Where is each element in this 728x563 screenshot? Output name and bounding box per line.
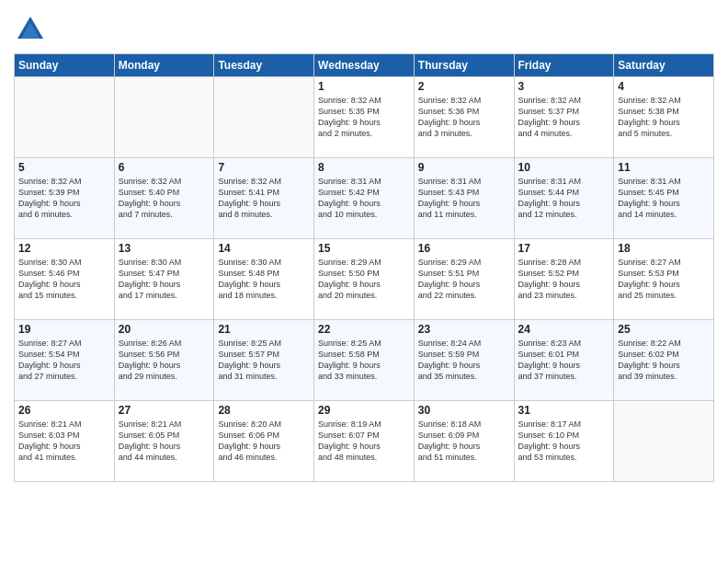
day-info: Sunrise: 8:32 AM Sunset: 5:38 PM Dayligh… xyxy=(618,95,710,140)
calendar-cell: 7Sunrise: 8:32 AM Sunset: 5:41 PM Daylig… xyxy=(214,158,314,239)
day-number: 10 xyxy=(518,161,610,174)
day-info: Sunrise: 8:24 AM Sunset: 5:59 PM Dayligh… xyxy=(418,338,510,383)
day-number: 26 xyxy=(18,404,110,417)
day-info: Sunrise: 8:17 AM Sunset: 6:10 PM Dayligh… xyxy=(518,419,610,464)
day-info: Sunrise: 8:32 AM Sunset: 5:39 PM Dayligh… xyxy=(18,176,110,221)
weekday-header-monday: Monday xyxy=(114,54,214,77)
day-number: 18 xyxy=(618,242,710,255)
calendar-cell: 29Sunrise: 8:19 AM Sunset: 6:07 PM Dayli… xyxy=(314,401,415,482)
day-info: Sunrise: 8:29 AM Sunset: 5:50 PM Dayligh… xyxy=(318,257,410,302)
weekday-header-thursday: Thursday xyxy=(414,54,514,77)
day-number: 7 xyxy=(218,161,310,174)
day-info: Sunrise: 8:20 AM Sunset: 6:06 PM Dayligh… xyxy=(218,419,310,464)
day-number: 21 xyxy=(218,323,310,336)
calendar-cell: 31Sunrise: 8:17 AM Sunset: 6:10 PM Dayli… xyxy=(514,401,614,482)
day-number: 30 xyxy=(418,404,510,417)
calendar-cell xyxy=(214,77,314,158)
calendar-cell: 26Sunrise: 8:21 AM Sunset: 6:03 PM Dayli… xyxy=(15,401,115,482)
day-info: Sunrise: 8:25 AM Sunset: 5:57 PM Dayligh… xyxy=(218,338,310,383)
day-number: 29 xyxy=(318,404,410,417)
week-row-4: 19Sunrise: 8:27 AM Sunset: 5:54 PM Dayli… xyxy=(15,320,714,401)
day-info: Sunrise: 8:31 AM Sunset: 5:44 PM Dayligh… xyxy=(518,176,610,221)
day-info: Sunrise: 8:21 AM Sunset: 6:05 PM Dayligh… xyxy=(119,419,210,464)
calendar-cell: 20Sunrise: 8:26 AM Sunset: 5:56 PM Dayli… xyxy=(114,320,214,401)
day-info: Sunrise: 8:22 AM Sunset: 6:02 PM Dayligh… xyxy=(618,338,710,383)
week-row-5: 26Sunrise: 8:21 AM Sunset: 6:03 PM Dayli… xyxy=(15,401,714,482)
calendar-cell: 13Sunrise: 8:30 AM Sunset: 5:47 PM Dayli… xyxy=(114,239,214,320)
day-info: Sunrise: 8:27 AM Sunset: 5:54 PM Dayligh… xyxy=(18,338,110,383)
calendar-cell: 8Sunrise: 8:31 AM Sunset: 5:42 PM Daylig… xyxy=(314,158,415,239)
day-info: Sunrise: 8:27 AM Sunset: 5:53 PM Dayligh… xyxy=(618,257,710,302)
calendar-cell: 24Sunrise: 8:23 AM Sunset: 6:01 PM Dayli… xyxy=(514,320,614,401)
day-info: Sunrise: 8:28 AM Sunset: 5:52 PM Dayligh… xyxy=(518,257,610,302)
day-number: 1 xyxy=(318,80,410,93)
day-info: Sunrise: 8:32 AM Sunset: 5:40 PM Dayligh… xyxy=(119,176,210,221)
day-number: 12 xyxy=(18,242,110,255)
day-info: Sunrise: 8:19 AM Sunset: 6:07 PM Dayligh… xyxy=(318,419,410,464)
weekday-header-wednesday: Wednesday xyxy=(314,54,415,77)
day-info: Sunrise: 8:32 AM Sunset: 5:41 PM Dayligh… xyxy=(218,176,310,221)
calendar-cell xyxy=(614,401,714,482)
day-number: 15 xyxy=(318,242,410,255)
calendar-cell: 16Sunrise: 8:29 AM Sunset: 5:51 PM Dayli… xyxy=(414,239,514,320)
calendar-cell: 6Sunrise: 8:32 AM Sunset: 5:40 PM Daylig… xyxy=(114,158,214,239)
day-number: 8 xyxy=(318,161,410,174)
calendar-cell: 1Sunrise: 8:32 AM Sunset: 5:35 PM Daylig… xyxy=(314,77,415,158)
day-number: 25 xyxy=(618,323,710,336)
calendar-cell: 14Sunrise: 8:30 AM Sunset: 5:48 PM Dayli… xyxy=(214,239,314,320)
day-number: 20 xyxy=(119,323,210,336)
day-number: 31 xyxy=(518,404,610,417)
day-number: 23 xyxy=(418,323,510,336)
calendar-cell: 9Sunrise: 8:31 AM Sunset: 5:43 PM Daylig… xyxy=(414,158,514,239)
day-number: 28 xyxy=(218,404,310,417)
calendar-cell: 3Sunrise: 8:32 AM Sunset: 5:37 PM Daylig… xyxy=(514,77,614,158)
day-info: Sunrise: 8:30 AM Sunset: 5:47 PM Dayligh… xyxy=(119,257,210,302)
calendar-cell: 30Sunrise: 8:18 AM Sunset: 6:09 PM Dayli… xyxy=(414,401,514,482)
calendar-cell xyxy=(15,77,115,158)
calendar-cell: 15Sunrise: 8:29 AM Sunset: 5:50 PM Dayli… xyxy=(314,239,415,320)
calendar-cell xyxy=(114,77,214,158)
weekday-header-row: SundayMondayTuesdayWednesdayThursdayFrid… xyxy=(15,54,714,77)
week-row-3: 12Sunrise: 8:30 AM Sunset: 5:46 PM Dayli… xyxy=(15,239,714,320)
day-number: 3 xyxy=(518,80,610,93)
calendar-cell: 5Sunrise: 8:32 AM Sunset: 5:39 PM Daylig… xyxy=(15,158,115,239)
day-number: 5 xyxy=(18,161,110,174)
day-number: 16 xyxy=(418,242,510,255)
calendar-cell: 10Sunrise: 8:31 AM Sunset: 5:44 PM Dayli… xyxy=(514,158,614,239)
day-number: 22 xyxy=(318,323,410,336)
day-number: 4 xyxy=(618,80,710,93)
day-info: Sunrise: 8:31 AM Sunset: 5:42 PM Dayligh… xyxy=(318,176,410,221)
calendar-cell: 19Sunrise: 8:27 AM Sunset: 5:54 PM Dayli… xyxy=(15,320,115,401)
week-row-1: 1Sunrise: 8:32 AM Sunset: 5:35 PM Daylig… xyxy=(15,77,714,158)
day-info: Sunrise: 8:29 AM Sunset: 5:51 PM Dayligh… xyxy=(418,257,510,302)
calendar-cell: 25Sunrise: 8:22 AM Sunset: 6:02 PM Dayli… xyxy=(614,320,714,401)
day-info: Sunrise: 8:32 AM Sunset: 5:37 PM Dayligh… xyxy=(518,95,610,140)
calendar-cell: 11Sunrise: 8:31 AM Sunset: 5:45 PM Dayli… xyxy=(614,158,714,239)
day-info: Sunrise: 8:21 AM Sunset: 6:03 PM Dayligh… xyxy=(18,419,110,464)
day-number: 9 xyxy=(418,161,510,174)
weekday-header-saturday: Saturday xyxy=(614,54,714,77)
calendar-cell: 28Sunrise: 8:20 AM Sunset: 6:06 PM Dayli… xyxy=(214,401,314,482)
day-info: Sunrise: 8:25 AM Sunset: 5:58 PM Dayligh… xyxy=(318,338,410,383)
day-number: 17 xyxy=(518,242,610,255)
day-info: Sunrise: 8:18 AM Sunset: 6:09 PM Dayligh… xyxy=(418,419,510,464)
page: SundayMondayTuesdayWednesdayThursdayFrid… xyxy=(0,0,728,563)
day-info: Sunrise: 8:30 AM Sunset: 5:48 PM Dayligh… xyxy=(218,257,310,302)
day-number: 11 xyxy=(618,161,710,174)
logo-icon xyxy=(14,13,47,46)
weekday-header-friday: Friday xyxy=(514,54,614,77)
day-info: Sunrise: 8:26 AM Sunset: 5:56 PM Dayligh… xyxy=(119,338,210,383)
day-info: Sunrise: 8:30 AM Sunset: 5:46 PM Dayligh… xyxy=(18,257,110,302)
day-info: Sunrise: 8:31 AM Sunset: 5:45 PM Dayligh… xyxy=(618,176,710,221)
calendar-cell: 2Sunrise: 8:32 AM Sunset: 5:36 PM Daylig… xyxy=(414,77,514,158)
day-number: 24 xyxy=(518,323,610,336)
day-info: Sunrise: 8:32 AM Sunset: 5:35 PM Dayligh… xyxy=(318,95,410,140)
day-info: Sunrise: 8:31 AM Sunset: 5:43 PM Dayligh… xyxy=(418,176,510,221)
calendar-cell: 4Sunrise: 8:32 AM Sunset: 5:38 PM Daylig… xyxy=(614,77,714,158)
day-number: 6 xyxy=(119,161,210,174)
logo xyxy=(14,13,51,46)
calendar-cell: 22Sunrise: 8:25 AM Sunset: 5:58 PM Dayli… xyxy=(314,320,415,401)
day-number: 14 xyxy=(218,242,310,255)
calendar-cell: 18Sunrise: 8:27 AM Sunset: 5:53 PM Dayli… xyxy=(614,239,714,320)
weekday-header-tuesday: Tuesday xyxy=(214,54,314,77)
